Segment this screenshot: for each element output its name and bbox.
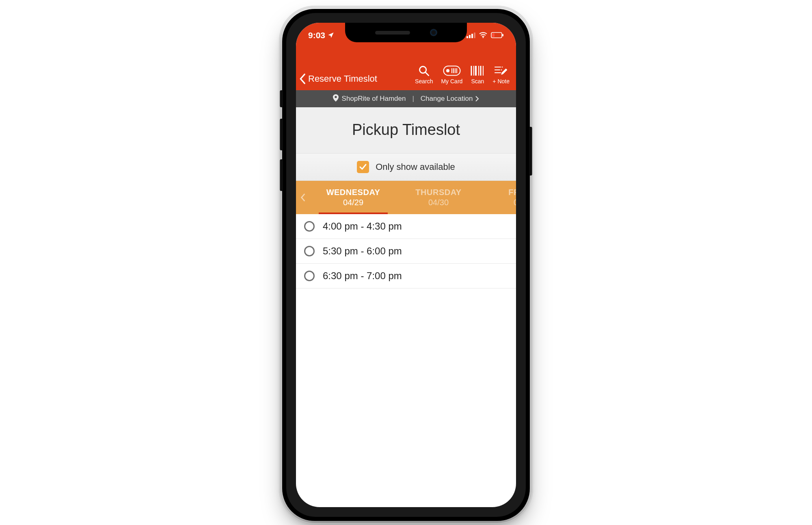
speaker-grille xyxy=(375,31,410,35)
timeslot-label: 6:30 pm - 7:00 pm xyxy=(323,270,402,282)
phone-notch xyxy=(345,23,467,42)
note-edit-icon xyxy=(494,64,508,77)
radio-unchecked-icon xyxy=(304,246,315,256)
timeslot-list: 4:00 pm - 4:30 pm 5:30 pm - 6:00 pm 6:30… xyxy=(296,214,516,289)
day-of-week: WEDNESDAY xyxy=(326,188,380,197)
svg-point-23 xyxy=(502,67,503,68)
filter-row: Only show available xyxy=(296,154,516,181)
location-bar: ShopRite of Hamden | Change Location xyxy=(296,90,516,107)
svg-point-11 xyxy=(446,69,449,72)
cellular-icon xyxy=(466,30,475,40)
header-toolbar: Search My Card xyxy=(415,64,510,85)
page-title: Pickup Timeslot xyxy=(296,121,516,139)
day-tab-thursday[interactable]: THURSDAY 04/30 xyxy=(396,181,481,214)
svg-rect-7 xyxy=(492,33,495,37)
card-icon xyxy=(443,64,461,77)
check-icon xyxy=(359,163,367,171)
svg-rect-0 xyxy=(466,36,468,38)
svg-rect-3 xyxy=(474,33,475,38)
change-location-button[interactable]: Change Location xyxy=(421,95,479,103)
back-label: Reserve Timeslot xyxy=(308,74,377,84)
search-button[interactable]: Search xyxy=(415,64,433,85)
only-available-label: Only show available xyxy=(376,162,455,172)
app-header: Reserve Timeslot Search xyxy=(296,46,516,90)
toolbar-label: + Note xyxy=(492,78,510,85)
location-services-icon xyxy=(328,30,334,40)
radio-unchecked-icon xyxy=(304,221,315,232)
svg-rect-2 xyxy=(471,34,473,38)
timeslot-option[interactable]: 4:00 pm - 4:30 pm xyxy=(296,214,516,239)
svg-rect-1 xyxy=(469,35,471,38)
scan-button[interactable]: Scan xyxy=(471,64,484,85)
day-selector: WEDNESDAY 04/29 THURSDAY 04/30 FRIDAY 05… xyxy=(296,181,516,214)
add-note-button[interactable]: + Note xyxy=(492,64,510,85)
change-location-label: Change Location xyxy=(421,95,473,103)
phone-frame: 9:03 xyxy=(282,9,530,521)
barcode-icon xyxy=(471,64,484,77)
mute-switch[interactable] xyxy=(280,90,283,107)
map-pin-icon xyxy=(333,94,339,104)
prev-day-button[interactable] xyxy=(296,181,311,214)
search-icon xyxy=(418,64,430,77)
volume-up-button[interactable] xyxy=(280,119,283,150)
battery-icon xyxy=(491,30,504,40)
svg-line-9 xyxy=(425,72,429,76)
svg-point-4 xyxy=(483,37,484,38)
separator: | xyxy=(412,95,414,103)
volume-down-button[interactable] xyxy=(280,159,283,191)
status-time: 9:03 xyxy=(308,30,325,40)
timeslot-option[interactable]: 5:30 pm - 6:00 pm xyxy=(296,239,516,264)
radio-unchecked-icon xyxy=(304,271,315,281)
day-tab-friday[interactable]: FRIDAY 05/01 xyxy=(481,181,516,214)
only-available-checkbox[interactable] xyxy=(357,161,369,173)
toolbar-label: My Card xyxy=(441,78,462,85)
my-card-button[interactable]: My Card xyxy=(441,64,462,85)
back-button[interactable]: Reserve Timeslot xyxy=(299,73,377,85)
chevron-left-icon xyxy=(299,73,307,85)
day-of-week: FRIDAY xyxy=(508,188,516,197)
svg-rect-6 xyxy=(502,34,503,37)
day-date: 05/01 xyxy=(514,198,516,207)
page-title-section: Pickup Timeslot xyxy=(296,107,516,154)
front-camera xyxy=(430,29,437,36)
power-button[interactable] xyxy=(529,127,532,176)
day-date: 04/29 xyxy=(343,198,363,207)
day-tab-wednesday[interactable]: WEDNESDAY 04/29 xyxy=(311,181,396,214)
svg-point-25 xyxy=(501,69,502,71)
day-of-week: THURSDAY xyxy=(415,188,461,197)
toolbar-label: Search xyxy=(415,78,433,85)
store-name: ShopRite of Hamden xyxy=(342,95,406,103)
wifi-icon xyxy=(479,30,488,40)
chevron-right-icon xyxy=(475,96,479,102)
timeslot-option[interactable]: 6:30 pm - 7:00 pm xyxy=(296,264,516,289)
day-date: 04/30 xyxy=(428,198,449,207)
toolbar-label: Scan xyxy=(471,78,484,85)
chevron-left-icon xyxy=(301,193,306,202)
timeslot-label: 5:30 pm - 6:00 pm xyxy=(323,245,402,257)
timeslot-label: 4:00 pm - 4:30 pm xyxy=(323,221,402,232)
